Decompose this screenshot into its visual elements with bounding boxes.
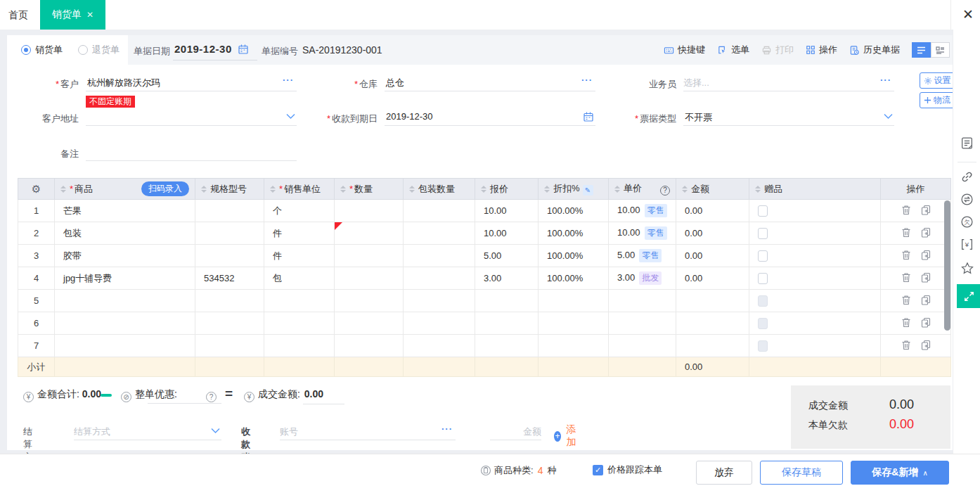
cell-qty[interactable]: [335, 222, 404, 245]
settle-method-input[interactable]: [74, 423, 221, 439]
cell-spec[interactable]: [195, 200, 264, 222]
cell-gift[interactable]: [749, 312, 881, 335]
cell-discount[interactable]: 100.00%: [539, 267, 609, 290]
copy-row-icon[interactable]: [921, 317, 931, 330]
cell-pkg-qty[interactable]: [404, 200, 475, 222]
money-icon[interactable]: ¥: [960, 238, 974, 253]
gift-checkbox[interactable]: [758, 228, 768, 239]
calendar-icon[interactable]: [238, 44, 249, 57]
cell-amount[interactable]: 0.00: [676, 267, 749, 290]
copy-row-icon[interactable]: [921, 227, 931, 240]
col-header[interactable]: 包装数量: [404, 179, 475, 200]
cell-pkg-qty[interactable]: [404, 245, 475, 267]
gift-checkbox[interactable]: [758, 318, 768, 329]
cell-gift[interactable]: [749, 222, 881, 245]
chevron-down-icon[interactable]: [211, 426, 220, 436]
receive-account-field[interactable]: ···: [280, 423, 456, 440]
cell-unit[interactable]: [264, 312, 335, 335]
cell-discount[interactable]: 100.00%: [539, 200, 609, 222]
gift-checkbox[interactable]: [758, 205, 768, 217]
cell-unit[interactable]: [264, 290, 335, 312]
customer-field[interactable]: 杭州解放路沃尔玛 ···: [86, 75, 297, 91]
help-icon[interactable]: ?: [206, 388, 217, 402]
delete-row-icon[interactable]: [901, 317, 911, 330]
cell-gift[interactable]: [749, 335, 881, 357]
help-icon[interactable]: ?: [660, 186, 670, 196]
cell-product[interactable]: [55, 312, 195, 335]
delete-row-icon[interactable]: [901, 250, 911, 262]
cell-price[interactable]: 3.00批发: [609, 267, 676, 290]
history-orders-button[interactable]: 历史单据: [849, 44, 900, 56]
col-header[interactable]: 单价?: [609, 179, 676, 200]
cell-quote[interactable]: 5.00: [475, 245, 539, 267]
detail-view-toggle[interactable]: [931, 42, 950, 58]
col-header[interactable]: 规格型号: [195, 179, 264, 200]
gift-checkbox[interactable]: [758, 295, 768, 307]
cell-spec[interactable]: [195, 312, 264, 335]
cell-product[interactable]: [55, 335, 195, 357]
radio-sales-order[interactable]: 销货单: [21, 44, 63, 56]
cell-qty[interactable]: [335, 267, 404, 290]
address-field[interactable]: [86, 109, 297, 126]
cell-amount[interactable]: [676, 290, 749, 312]
copy-row-icon[interactable]: [921, 272, 931, 285]
window-close-icon[interactable]: ✕: [959, 6, 977, 24]
remark-input[interactable]: [86, 144, 297, 160]
radio-return-order[interactable]: 退货单: [78, 44, 120, 56]
cell-spec[interactable]: [195, 335, 264, 357]
cell-quote[interactable]: 10.00: [475, 222, 539, 245]
cancel-button[interactable]: 放弃: [696, 461, 752, 485]
more-dots-icon[interactable]: ···: [880, 75, 891, 85]
sort-icon[interactable]: [682, 186, 688, 193]
link-icon[interactable]: [960, 170, 974, 186]
salesman-field[interactable]: ···: [683, 75, 894, 91]
star-icon[interactable]: [960, 262, 974, 278]
col-header[interactable]: *商品扫码录入: [55, 179, 195, 200]
gift-checkbox[interactable]: [758, 250, 768, 262]
cell-qty[interactable]: [335, 335, 404, 357]
calendar-icon[interactable]: [583, 111, 594, 124]
cell-qty[interactable]: [335, 290, 404, 312]
cell-price[interactable]: [609, 335, 676, 357]
chevron-down-icon[interactable]: [884, 111, 893, 122]
scan-input-button[interactable]: 扫码录入: [141, 181, 189, 196]
cell-product[interactable]: [55, 290, 195, 312]
cell-price[interactable]: [609, 312, 676, 335]
cell-discount[interactable]: [539, 312, 609, 335]
sort-icon[interactable]: [755, 186, 761, 193]
cell-product[interactable]: jpg十辅导费: [55, 267, 195, 290]
cell-product[interactable]: 包装: [55, 222, 195, 245]
list-view-toggle[interactable]: [912, 42, 931, 58]
copy-row-icon[interactable]: [921, 340, 931, 352]
address-input[interactable]: [86, 109, 297, 124]
transfer-icon[interactable]: [960, 193, 974, 208]
col-header[interactable]: *销售单位: [264, 179, 335, 200]
sort-icon[interactable]: [544, 186, 550, 193]
logistics-button[interactable]: 物流: [920, 92, 955, 108]
note-icon[interactable]: [960, 136, 974, 152]
cell-pkg-qty[interactable]: [404, 335, 475, 357]
cell-quote[interactable]: 3.00: [475, 267, 539, 290]
cell-discount[interactable]: 100.00%: [539, 222, 609, 245]
cell-amount[interactable]: 0.00: [676, 200, 749, 222]
more-dots-icon[interactable]: ···: [581, 75, 593, 85]
edit-icon[interactable]: ✎: [583, 185, 593, 196]
sort-icon[interactable]: [340, 186, 346, 193]
cell-amount[interactable]: [676, 335, 749, 357]
cell-quote[interactable]: [475, 312, 539, 335]
cell-unit[interactable]: 包: [264, 267, 335, 290]
sort-icon[interactable]: [614, 186, 620, 193]
cell-unit[interactable]: [264, 335, 335, 357]
cell-gift[interactable]: [749, 245, 881, 267]
table-scrollbar[interactable]: [944, 200, 950, 331]
expand-icon[interactable]: [957, 284, 980, 308]
cell-quote[interactable]: [475, 335, 539, 357]
column-settings-cell[interactable]: ⚙: [18, 179, 55, 200]
more-dots-icon[interactable]: ···: [441, 423, 453, 434]
sort-icon[interactable]: [201, 186, 207, 193]
tab-home[interactable]: 首页: [0, 0, 37, 30]
cell-price[interactable]: 10.00零售: [609, 222, 676, 245]
cell-gift[interactable]: [749, 267, 881, 290]
cell-quote[interactable]: [475, 290, 539, 312]
save-and-new-button[interactable]: 保存&新增 ∧: [851, 461, 949, 485]
